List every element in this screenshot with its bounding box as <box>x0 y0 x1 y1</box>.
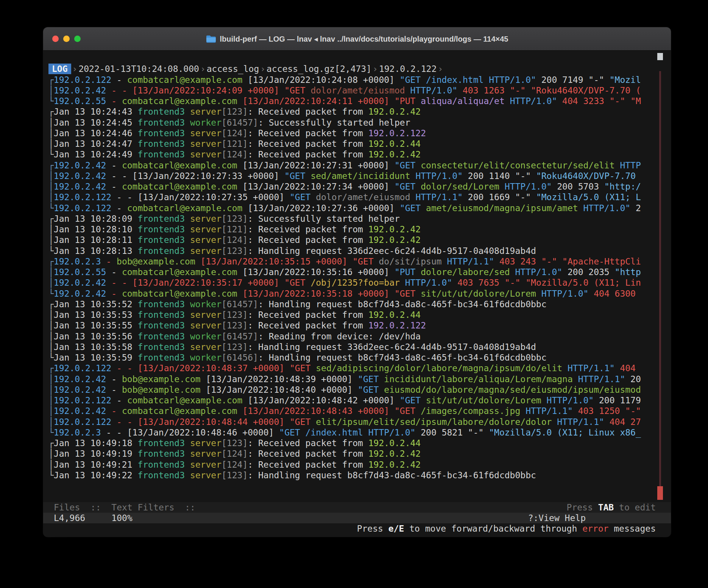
text-segment: ┌ <box>48 160 54 170</box>
log-line[interactable]: │Jan 13 10:24:46 frontend3 server[124]: … <box>48 128 671 138</box>
text-segment <box>185 449 190 459</box>
text-segment: frontend3 <box>137 331 185 341</box>
log-line[interactable]: └192.0.2.42 - combatcarl@example.com [13… <box>48 288 671 299</box>
log-line[interactable]: └Jan 13 10:35:59 frontend3 worker[61456]… <box>48 352 671 363</box>
window-title: lbuild-perf — LOG — lnav ◂ lnav ../lnav/… <box>206 34 508 44</box>
log-line[interactable]: │192.0.2.122 - - [13/Jan/2022:10:27:35 +… <box>48 192 671 202</box>
text-segment: server <box>190 235 221 245</box>
log-line[interactable]: │192.0.2.122 - - [13/Jan/2022:10:48:44 +… <box>48 417 671 427</box>
text-segment: frontend3 <box>137 299 185 309</box>
log-line[interactable]: │Jan 13 10:35:56 frontend3 worker[61457]… <box>48 331 671 342</box>
breadcrumb-item[interactable]: 192.0.2.122 <box>379 64 437 74</box>
log-line[interactable]: └192.0.2.3 - - [13/Jan/2022:10:48:46 +00… <box>48 427 671 438</box>
log-line[interactable]: │Jan 13 10:35:58 frontend3 server[123]: … <box>48 342 671 352</box>
log-line[interactable]: ┌192.0.2.122 - - [13/Jan/2022:10:48:37 +… <box>48 363 671 373</box>
text-segment <box>510 267 515 277</box>
log-line[interactable]: │Jan 13 10:24:47 frontend3 server[121]: … <box>48 138 671 149</box>
text-segment <box>185 149 190 159</box>
log-line[interactable]: ┌192.0.2.122 - combatcarl@example.com [1… <box>48 75 671 85</box>
text-segment: Jan 13 10:35:58 <box>54 342 138 352</box>
window-titlebar[interactable]: lbuild-perf — LOG — lnav ◂ lnav ../lnav/… <box>43 27 671 51</box>
log-line[interactable]: ┌Jan 13 10:28:09 frontend3 server[123]: … <box>48 213 671 224</box>
text-segment: [13/Jan/2022:10:35:17 +0000] <box>133 278 279 288</box>
text-segment: Press <box>357 524 388 534</box>
text-segment: 192.0.2.42 <box>368 224 421 234</box>
log-line[interactable]: │192.0.2.42 - bob@example.com [13/Jan/20… <box>48 374 671 384</box>
text-segment: "GET <box>284 363 316 373</box>
log-line[interactable]: ┌Jan 13 10:24:43 frontend3 server[123]: … <box>48 106 671 117</box>
breadcrumb-item[interactable]: 2022-01-13T10:24:08.000 <box>78 64 199 74</box>
window-title-text: lbuild-perf — LOG — lnav ◂ lnav ../lnav/… <box>220 34 508 44</box>
text-segment: HTTP/1.0" <box>547 395 594 405</box>
text-segment: [123] <box>221 107 248 117</box>
text-segment <box>185 118 190 128</box>
text-segment: └ <box>48 246 54 256</box>
log-line[interactable]: ┌192.0.2.42 - combatcarl@example.com [13… <box>48 160 671 171</box>
log-line[interactable]: │192.0.2.42 - - [13/Jan/2022:10:24:09 +0… <box>48 85 671 96</box>
log-line[interactable]: │192.0.2.42 - combatcarl@example.com [13… <box>48 181 671 192</box>
text-segment: │ <box>48 342 54 352</box>
zoom-button[interactable] <box>74 36 81 42</box>
log-line[interactable]: │192.0.2.42 - combatcarl@example.com [13… <box>48 406 671 416</box>
text-segment: [13/Jan/2022:10:24:08 +0000] <box>242 75 399 85</box>
text-segment: server <box>190 310 221 320</box>
text-segment: "GET <box>389 406 421 416</box>
text-segment: 404 3233 "-" <box>557 96 630 106</box>
scrollbar-track[interactable] <box>659 71 661 499</box>
text-segment: [124] <box>221 149 248 159</box>
log-line[interactable]: └192.0.2.122 - combatcarl@example.com [1… <box>48 203 671 213</box>
text-segment: [13/Jan/2022:10:27:31 +0000] <box>237 160 395 170</box>
text-segment: HTTP/1.0" <box>405 278 452 288</box>
filter-status-bar[interactable]: Files :: Text Filters :: Press TAB to ed… <box>43 502 671 513</box>
text-segment: 200 2035 <box>562 267 614 277</box>
breadcrumb-item[interactable]: access_log <box>207 64 259 74</box>
log-line[interactable]: │Jan 13 10:28:11 frontend3 server[124]: … <box>48 235 671 245</box>
minimize-button[interactable] <box>63 36 70 42</box>
filter-tabs[interactable]: Files :: Text Filters :: <box>54 502 195 513</box>
log-line[interactable]: │192.0.2.42 - - [13/Jan/2022:10:35:17 +0… <box>48 277 671 288</box>
log-line[interactable]: └Jan 13 10:28:13 frontend3 server[123]: … <box>48 246 671 256</box>
log-line[interactable]: │Jan 13 10:49:19 frontend3 server[124]: … <box>48 448 671 459</box>
window-controls <box>52 27 81 50</box>
text-segment: [13/Jan/2022:10:27:36 +0000] <box>242 203 399 213</box>
log-line[interactable]: │Jan 13 10:49:21 frontend3 server[124]: … <box>48 459 671 470</box>
text-segment: "GET <box>395 182 421 191</box>
log-line[interactable]: ┌Jan 13 10:49:18 frontend3 server[123]: … <box>48 438 671 448</box>
log-line[interactable]: │Jan 13 10:35:53 frontend3 server[123]: … <box>48 310 671 320</box>
text-segment: : Handling request 336d2eec-6c24-4d4b-95… <box>248 342 536 352</box>
log-line[interactable]: │Jan 13 10:35:55 frontend3 server[123]: … <box>48 320 671 331</box>
log-line[interactable]: │Jan 13 10:28:10 frontend3 server[121]: … <box>48 224 671 235</box>
log-line[interactable]: └192.0.2.55 - combatcarl@example.com [13… <box>48 96 671 106</box>
breadcrumb-mode[interactable]: LOG <box>48 64 71 74</box>
log-line[interactable]: └Jan 13 10:49:22 frontend3 server[123]: … <box>48 470 671 481</box>
text-segment: L4,966 <box>54 513 85 523</box>
log-line[interactable]: │192.0.2.122 - combatcarl@example.com [1… <box>48 395 671 406</box>
text-segment: │ <box>48 171 54 181</box>
log-line[interactable]: ┌192.0.2.3 - bob@example.com [13/Jan/202… <box>48 256 671 267</box>
close-button[interactable] <box>52 36 59 42</box>
text-segment: "GET <box>358 374 384 384</box>
breadcrumb-separator-icon: › <box>259 64 267 74</box>
text-segment: Files <box>54 502 80 512</box>
log-line[interactable]: │192.0.2.42 - - [13/Jan/2022:10:27:33 +0… <box>48 171 671 181</box>
log-line[interactable]: │192.0.2.55 - combatcarl@example.com [13… <box>48 267 671 277</box>
text-segment: /index.html <box>306 428 363 437</box>
text-segment <box>237 96 243 106</box>
log-line[interactable]: │192.0.2.42 - bob@example.com [13/Jan/20… <box>48 384 671 395</box>
text-segment: [13/Jan/2022:10:35:15 +0000] <box>201 257 348 266</box>
scrollbar-error-thumb[interactable] <box>657 486 663 500</box>
text-segment: Jan 13 10:24:47 <box>54 139 138 149</box>
log-line[interactable]: └Jan 13 10:24:49 frontend3 server[124]: … <box>48 149 671 160</box>
text-segment: do/sit/ipsum <box>379 257 441 266</box>
text-segment: - <box>111 75 127 85</box>
log-line[interactable]: │Jan 13 10:24:45 frontend3 worker[61457]… <box>48 117 671 128</box>
log-line[interactable]: ┌Jan 13 10:35:52 frontend3 worker[61457]… <box>48 299 671 310</box>
text-segment <box>185 224 190 234</box>
text-segment: /obj/1235?foo=bar <box>310 278 399 288</box>
text-segment: │ <box>48 460 54 470</box>
text-segment: Jan 13 10:49:18 <box>54 438 138 448</box>
scrollbar-top-mark[interactable] <box>657 53 663 60</box>
breadcrumb-item[interactable]: access_log.gz[2,473] <box>267 64 371 74</box>
text-segment: 192.0.2.3 <box>54 428 101 437</box>
text-segment: │ <box>48 86 54 95</box>
